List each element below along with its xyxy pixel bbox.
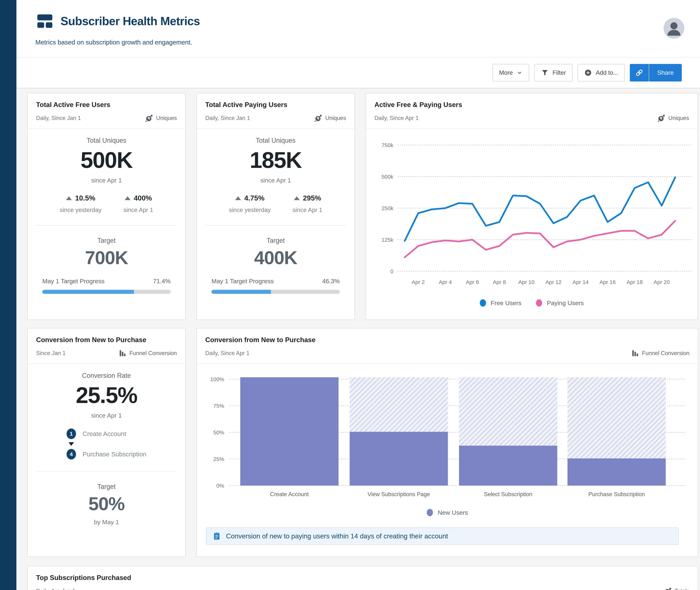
- triangle-up-icon: [235, 196, 241, 200]
- metric-label: Total Uniques: [28, 137, 185, 144]
- card-subtitle: Daily, Apr-Jun 1: [36, 588, 76, 590]
- share-split-button[interactable]: Share: [630, 64, 682, 82]
- funnel-bar-value: [568, 459, 666, 486]
- card-conversion-summary: Conversion from New to Purchase Since Ja…: [27, 328, 186, 557]
- page-subtitle: Metrics based on subscription growth and…: [35, 39, 700, 46]
- stat-daily-change: 10.5% since yesterday: [60, 194, 102, 213]
- user-avatar-icon[interactable]: [664, 18, 684, 39]
- funnel-steps: 1 Create Account 4 Purchase Subscription: [67, 428, 146, 460]
- svg-text:Apr 10: Apr 10: [518, 279, 534, 285]
- svg-text:Purchase Subscription: Purchase Subscription: [588, 491, 645, 497]
- card-total-active-free-users: Total Active Free Users Daily, Since Jan…: [27, 93, 186, 320]
- add-circle-icon: [584, 69, 592, 77]
- metric-value: 25.5%: [28, 384, 185, 406]
- svg-text:Apr 14: Apr 14: [572, 279, 588, 285]
- line-chart-area: 750k500k250k125k0Apr 2Apr 4Apr 6Apr 8Apr…: [366, 129, 697, 316]
- clipboard-icon: [213, 532, 221, 540]
- metric-since: since Apr 1: [28, 177, 185, 184]
- metric-since: since Apr 1: [28, 412, 185, 419]
- target-value: 700K: [28, 249, 185, 267]
- funnel-chart-legend: New Users: [197, 509, 698, 516]
- uniques-hits-icon: [314, 114, 322, 122]
- triangle-up-icon: [294, 196, 300, 200]
- funnel-bar-value: [459, 446, 557, 486]
- add-to-label: Add to...: [596, 69, 618, 76]
- svg-text:Apr 18: Apr 18: [626, 279, 642, 285]
- card-title: Total Active Free Users: [36, 101, 177, 109]
- triangle-up-icon: [125, 196, 130, 200]
- funnel-bar-4[interactable]: [568, 377, 666, 486]
- svg-text:Apr 6: Apr 6: [466, 279, 479, 285]
- card-title: Active Free & Paying Users: [375, 101, 689, 109]
- arrow-down-icon: [69, 442, 74, 446]
- card-conversion-funnel-chart: Conversion from New to Purchase Daily, S…: [197, 328, 698, 557]
- card-subtitle: Daily, Since Jan 1: [205, 115, 250, 121]
- card-subtitle: Since Jan 1: [36, 350, 66, 357]
- card-subtitle: Daily, Since Jan 1: [36, 115, 81, 121]
- progress-bar: [42, 290, 171, 294]
- funnel-conversion-icon: [631, 349, 639, 357]
- uniques-hits-icon: [657, 114, 665, 122]
- card-active-free-paying-users-chart: Active Free & Paying Users Daily, Since …: [366, 93, 698, 320]
- funnel-bar-1[interactable]: [240, 377, 338, 486]
- target-value: 400K: [197, 249, 355, 267]
- svg-text:750k: 750k: [382, 142, 394, 148]
- metric-value: 185K: [197, 149, 355, 171]
- step-badge: 1: [67, 428, 76, 439]
- metric-label: Conversion Rate: [28, 372, 185, 380]
- progress-percent: 71.4%: [153, 278, 171, 285]
- target-caption: by May 1: [28, 518, 185, 526]
- progress-label: May 1 Target Progress: [211, 278, 274, 285]
- stat-daily-change: 4.75% since yesterday: [229, 194, 271, 213]
- funnel-bar-3[interactable]: [459, 377, 557, 486]
- totals-badge: Totals: [664, 587, 689, 590]
- series-paying-users: [405, 221, 675, 257]
- metric-value: 500K: [28, 149, 185, 171]
- active-users-line-chart: 750k500k250k125k0Apr 2Apr 4Apr 6Apr 8Apr…: [366, 129, 697, 316]
- legend-item-new-users[interactable]: New Users: [427, 509, 468, 516]
- svg-text:Select Subscription: Select Subscription: [484, 491, 532, 497]
- totals-hits-icon: [664, 587, 672, 590]
- funnel-bar-value: [349, 432, 448, 486]
- target-label: Target: [28, 483, 185, 490]
- svg-text:500k: 500k: [382, 174, 394, 180]
- funnel-step-purchase-subscription: 4 Purchase Subscription: [67, 449, 146, 460]
- svg-text:Apr 4: Apr 4: [439, 279, 452, 285]
- legend-dot-icon: [536, 299, 542, 307]
- chart-footnote: Conversion of new to paying users within…: [206, 527, 679, 545]
- card-title: Total Active Paying Users: [205, 101, 346, 109]
- card-title: Top Subscriptions Purchased: [36, 574, 689, 582]
- funnel-bar-value: [240, 377, 338, 486]
- stat-period-change: 295% since Apr 1: [293, 194, 322, 213]
- legend-item-free-users[interactable]: Free Users: [480, 299, 521, 307]
- uniques-hits-icon: [145, 114, 153, 122]
- svg-text:Apr 16: Apr 16: [600, 279, 616, 285]
- triangle-up-icon: [66, 196, 72, 200]
- svg-text:0: 0: [390, 268, 393, 274]
- legend-item-paying-users[interactable]: Paying Users: [536, 299, 584, 307]
- line-chart-legend: Free UsersPaying Users: [366, 299, 697, 307]
- legend-dot-icon: [480, 299, 486, 307]
- uniques-badge: Uniques: [657, 114, 689, 122]
- add-to-button[interactable]: Add to...: [578, 64, 625, 82]
- footnote-text: Conversion of new to paying users within…: [226, 532, 448, 540]
- share-link-segment[interactable]: [630, 64, 649, 82]
- link-icon: [635, 68, 644, 77]
- svg-text:100%: 100%: [210, 376, 224, 382]
- svg-text:Apr 8: Apr 8: [493, 279, 506, 285]
- progress-label: May 1 Target Progress: [42, 278, 104, 285]
- svg-text:75%: 75%: [213, 403, 224, 409]
- dashboard-icon: [35, 12, 54, 31]
- share-button[interactable]: Share: [649, 64, 682, 82]
- funnel-conversion-icon: [118, 349, 126, 357]
- card-title: Conversion from New to Purchase: [205, 336, 689, 344]
- more-button[interactable]: More: [493, 64, 529, 82]
- filter-button[interactable]: Filter: [534, 64, 572, 82]
- funnel-bar-2[interactable]: [349, 377, 448, 486]
- target-label: Target: [197, 237, 355, 244]
- svg-text:Create Account: Create Account: [270, 491, 309, 497]
- target-progress: May 1 Target Progress 46.3%: [211, 278, 340, 294]
- funnel-chart-area: 100%75%50%25%0%Create AccountView Subscr…: [197, 364, 698, 553]
- target-progress: May 1 Target Progress 71.4%: [42, 278, 171, 294]
- left-nav-rail: [0, 0, 16, 590]
